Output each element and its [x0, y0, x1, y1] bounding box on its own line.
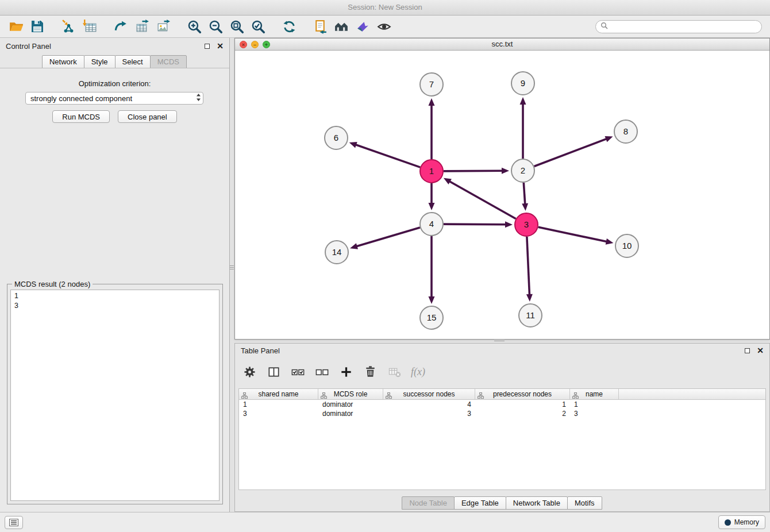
- tab-network[interactable]: Network: [42, 55, 84, 68]
- table-settings-gear-icon[interactable]: [242, 364, 257, 379]
- memory-label: Memory: [734, 518, 759, 526]
- graph-edge-2-8[interactable]: [534, 138, 607, 166]
- export-table-icon[interactable]: [134, 18, 150, 34]
- node-table: shared nameMCDS rolesuccessor nodesprede…: [238, 388, 766, 490]
- column-type-icon: [241, 391, 248, 401]
- search-icon: [600, 21, 608, 32]
- function-builder-icon-disabled[interactable]: f(x): [411, 366, 425, 378]
- select-value: strongly connected component: [30, 94, 196, 103]
- graph-edge-1-2[interactable]: [444, 171, 503, 171]
- table-cell[interactable]: dominator: [318, 409, 383, 418]
- main-toolbar: [0, 16, 770, 38]
- column-header-successor-nodes[interactable]: successor nodes: [383, 389, 475, 400]
- maximize-window-icon[interactable]: +: [263, 41, 270, 48]
- tab-select[interactable]: Select: [115, 55, 151, 68]
- table-cell[interactable]: 1: [239, 400, 318, 409]
- graph-edge-4-3[interactable]: [444, 224, 506, 225]
- refresh-icon[interactable]: [281, 18, 297, 34]
- run-mcds-button[interactable]: Run MCDS: [52, 110, 110, 123]
- open-session-icon[interactable]: [8, 18, 24, 34]
- vertical-splitter[interactable]: [229, 261, 234, 273]
- network-window-titlebar[interactable]: × – + scc.txt: [235, 38, 769, 51]
- app-window: Session: New Session: [0, 0, 770, 532]
- column-header-predecessor-nodes[interactable]: predecessor nodes: [475, 389, 570, 400]
- table-cell[interactable]: 1: [570, 400, 619, 409]
- table-row[interactable]: 1dominator411: [239, 400, 765, 409]
- column-header-MCDS-role[interactable]: MCDS role: [318, 389, 383, 400]
- column-header-name[interactable]: name: [570, 389, 619, 400]
- graph-node-label: 4: [429, 219, 434, 229]
- add-column-icon[interactable]: [338, 364, 353, 379]
- delete-table-icon-disabled[interactable]: [387, 364, 402, 379]
- table-row[interactable]: 3dominator323: [239, 409, 765, 418]
- save-session-icon[interactable]: [29, 18, 45, 34]
- table-cell[interactable]: dominator: [318, 400, 383, 409]
- graph-edge-3-10[interactable]: [538, 227, 607, 242]
- network-graph[interactable]: 7968124314101511: [235, 51, 769, 339]
- export-image-icon[interactable]: [155, 18, 171, 34]
- tab-mcds[interactable]: MCDS: [150, 55, 187, 68]
- graph-node-label: 8: [623, 126, 628, 136]
- annotation-icon[interactable]: [312, 18, 328, 34]
- table-cell[interactable]: 3: [239, 409, 318, 418]
- graph-edge-arrow: [349, 142, 357, 148]
- eye-icon[interactable]: [376, 18, 392, 34]
- mcds-result-line: 3: [14, 301, 215, 311]
- graph-node-label: 15: [427, 313, 437, 322]
- delete-column-trash-icon[interactable]: [363, 364, 378, 379]
- search-box[interactable]: [595, 20, 762, 33]
- close-panel-icon[interactable]: ✕: [217, 43, 224, 49]
- table-cell[interactable]: 2: [475, 409, 570, 418]
- memory-button[interactable]: Memory: [718, 515, 765, 529]
- graph-edge-3-11[interactable]: [527, 237, 530, 295]
- mcds-result-list[interactable]: 13: [10, 290, 220, 501]
- optimization-criterion-select[interactable]: strongly connected component: [25, 92, 203, 105]
- column-label: successor nodes: [383, 389, 475, 399]
- import-network-icon[interactable]: [60, 18, 76, 34]
- graph-edge-3-1[interactable]: [449, 181, 516, 219]
- table-cell[interactable]: 4: [383, 400, 475, 409]
- float-table-panel-icon[interactable]: [745, 348, 750, 353]
- control-panel-tabs: NetworkStyleSelectMCDS: [0, 55, 229, 68]
- close-table-panel-icon[interactable]: ✕: [757, 348, 764, 353]
- graph-edge-2-3[interactable]: [523, 183, 525, 205]
- task-history-button[interactable]: [5, 516, 23, 529]
- status-bar: Memory: [0, 512, 770, 532]
- table-panel-tabs: Node TableEdge TableNetwork TableMotifs: [235, 496, 769, 510]
- close-panel-button[interactable]: Close panel: [118, 110, 177, 123]
- graph-edge-arrow: [429, 98, 435, 106]
- wizard-icon[interactable]: [355, 18, 371, 34]
- deselect-all-icon[interactable]: [314, 364, 329, 379]
- export-network-icon[interactable]: [113, 18, 129, 34]
- zoom-out-icon[interactable]: [207, 18, 224, 34]
- minimize-window-icon[interactable]: –: [251, 41, 259, 48]
- import-table-icon[interactable]: [82, 18, 98, 34]
- zoom-fit-icon[interactable]: [229, 18, 245, 34]
- float-panel-icon[interactable]: [205, 44, 210, 49]
- search-input[interactable]: [611, 22, 757, 30]
- show-columns-icon[interactable]: [266, 364, 281, 379]
- zoom-selected-icon[interactable]: [250, 18, 266, 34]
- select-all-icon[interactable]: [290, 364, 305, 379]
- table-tab-node-table[interactable]: Node Table: [402, 496, 455, 510]
- table-panel-header: Table Panel ✕: [235, 344, 769, 357]
- table-tab-edge-table[interactable]: Edge Table: [454, 496, 506, 510]
- task-list-icon: [9, 519, 18, 526]
- horizontal-splitter[interactable]: [493, 338, 506, 342]
- table-cell[interactable]: 3: [570, 409, 619, 418]
- table-cell[interactable]: 3: [383, 409, 475, 418]
- table-cell[interactable]: 1: [475, 400, 570, 409]
- window-title: Session: New Session: [348, 3, 422, 11]
- graph-edge-4-14[interactable]: [356, 228, 420, 246]
- home-icon[interactable]: [333, 18, 349, 34]
- graph-edge-1-6[interactable]: [355, 145, 420, 168]
- network-view-window: × – + scc.txt 7968124314101511: [234, 38, 770, 340]
- tab-style[interactable]: Style: [84, 55, 116, 68]
- zoom-in-icon[interactable]: [186, 18, 202, 34]
- close-window-icon[interactable]: ×: [240, 41, 247, 48]
- column-header-shared-name[interactable]: shared name: [239, 389, 318, 400]
- table-tab-motifs[interactable]: Motifs: [567, 496, 602, 510]
- import-group: [60, 18, 98, 34]
- mcds-panel: Optimization criterion: strongly connect…: [0, 68, 229, 512]
- table-tab-network-table[interactable]: Network Table: [506, 496, 568, 510]
